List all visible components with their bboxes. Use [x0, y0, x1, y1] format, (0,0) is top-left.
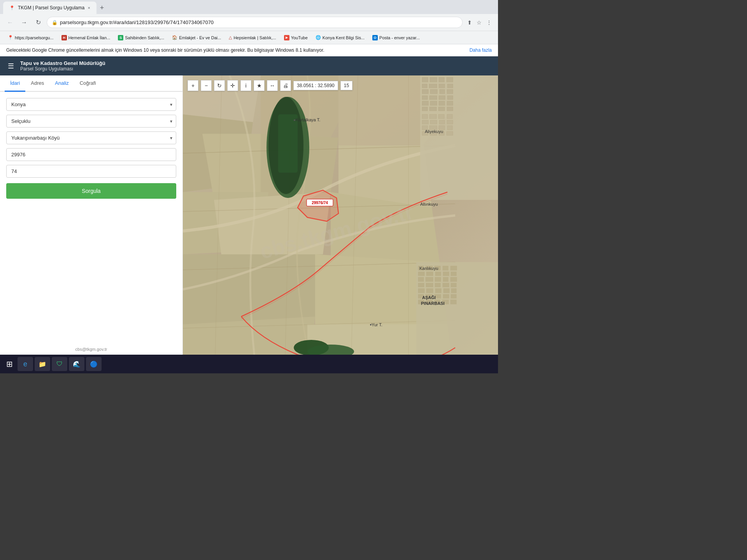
- svg-rect-81: [443, 272, 449, 276]
- bookmark-icon: 🌐: [316, 35, 321, 40]
- taskbar-chrome[interactable]: 🔵: [86, 357, 102, 371]
- tab-analiz[interactable]: Analiz: [49, 75, 74, 92]
- sidebar: İdari Adres Analiz Coğrafi: [0, 75, 183, 355]
- refresh-button[interactable]: ↻: [33, 17, 44, 28]
- map-area[interactable]: 29976/74 Kartalkaya T. Aliyekuyu Altınku…: [183, 75, 498, 355]
- tab-bar: 📍 TKGM | Parsel Sorgu Uygulaması × +: [0, 0, 498, 14]
- svg-rect-67: [447, 126, 452, 130]
- svg-rect-93: [418, 289, 424, 293]
- svg-rect-76: [443, 266, 448, 270]
- bookmark-youtube[interactable]: ▶ YouTube: [281, 33, 311, 42]
- bookmark-posta[interactable]: O Posta - enver yazar...: [369, 33, 423, 42]
- ada-input[interactable]: [6, 148, 176, 161]
- bookmark-icon: 🏠: [172, 35, 177, 40]
- zoom-out-button[interactable]: −: [201, 80, 212, 91]
- tab-idari[interactable]: İdari: [5, 75, 25, 92]
- map-star-button[interactable]: ★: [254, 80, 265, 91]
- svg-rect-90: [435, 283, 440, 287]
- svg-rect-49: [430, 101, 437, 105]
- bookmark-icon: O: [372, 35, 378, 40]
- svg-rect-82: [451, 272, 456, 276]
- update-link[interactable]: Daha fazla: [470, 47, 492, 53]
- svg-rect-83: [418, 277, 424, 282]
- bookmark-icon: △: [229, 35, 232, 40]
- map-coordinates: 38.0561 : 32.5890: [293, 81, 338, 90]
- neighborhood-select[interactable]: Yukarıpınarbaşı Köyü: [6, 131, 176, 144]
- svg-rect-62: [439, 120, 445, 124]
- svg-text:AŞAĞI: AŞAĞI: [422, 295, 436, 300]
- share-button[interactable]: ⬆: [466, 18, 473, 27]
- back-button[interactable]: ←: [5, 17, 16, 28]
- svg-rect-63: [447, 120, 453, 124]
- app-title: Tapu ve Kadastro Genel Müdürlüğü Parsel …: [20, 60, 105, 72]
- bookmark-parselsorgu[interactable]: 📍 https://parselsorgu...: [5, 33, 57, 42]
- svg-rect-31: [420, 75, 498, 200]
- svg-rect-60: [422, 120, 428, 124]
- taskbar-explorer[interactable]: 📁: [35, 357, 50, 371]
- app-header: ☰ Tapu ve Kadastro Genel Müdürlüğü Parse…: [0, 56, 498, 75]
- svg-rect-71: [447, 131, 453, 135]
- taskbar-edge[interactable]: 🌊: [69, 357, 84, 371]
- svg-rect-48: [422, 101, 428, 105]
- forward-button[interactable]: →: [19, 17, 30, 28]
- svg-rect-72: [416, 262, 498, 355]
- tab-close-button[interactable]: ×: [88, 5, 90, 10]
- update-notification: Gelecekteki Google Chrome güncellemeleri…: [0, 44, 498, 56]
- bookmark-label: Hepsiemlak | Satılık,...: [233, 35, 276, 40]
- svg-rect-88: [418, 283, 424, 287]
- tab-title: TKGM | Parsel Sorgu Uygulaması: [18, 5, 85, 10]
- windows-taskbar: ⊞ e 📁 🛡 🌊 🔵: [0, 355, 498, 373]
- district-select[interactable]: Selçuklu: [6, 115, 176, 128]
- svg-rect-96: [444, 289, 449, 293]
- parsel-input[interactable]: [6, 165, 176, 178]
- bookmark-hemenal[interactable]: H Hemenal Emlak İlan...: [58, 33, 114, 42]
- hamburger-menu[interactable]: ☰: [6, 61, 16, 71]
- bookmark-label: Emlakjet - Ev ve Dai...: [179, 35, 221, 40]
- more-button[interactable]: ⋮: [485, 18, 493, 27]
- map-refresh-button[interactable]: ↻: [214, 80, 225, 91]
- taskbar-security[interactable]: 🛡: [52, 357, 67, 371]
- zoom-in-button[interactable]: +: [188, 80, 198, 91]
- province-select[interactable]: Konya: [6, 98, 176, 111]
- bookmark-hepsiemlak[interactable]: △ Hepsiemlak | Satılık,...: [226, 33, 279, 42]
- tab-adres[interactable]: Adres: [25, 75, 49, 92]
- svg-rect-57: [430, 114, 437, 119]
- svg-rect-58: [438, 114, 444, 119]
- taskbar-ie[interactable]: e: [18, 357, 33, 371]
- svg-text:Yur T.: Yur T.: [372, 322, 382, 327]
- active-tab[interactable]: 📍 TKGM | Parsel Sorgu Uygulaması ×: [3, 2, 96, 14]
- svg-rect-56: [422, 114, 428, 119]
- tab-cografi[interactable]: Coğrafi: [74, 75, 102, 92]
- svg-marker-5: [202, 134, 268, 200]
- svg-rect-107: [451, 300, 456, 304]
- start-button[interactable]: ⊞: [3, 358, 16, 370]
- bookmark-label: YouTube: [291, 35, 308, 40]
- bookmarks-bar: 📍 https://parselsorgu... H Hemenal Emlak…: [0, 31, 498, 44]
- map-info-button[interactable]: i: [240, 80, 251, 91]
- star-button[interactable]: ☆: [475, 18, 483, 27]
- bookmark-icon: 📍: [8, 35, 13, 40]
- bookmark-sahibinden[interactable]: S Sahibinden Satılık,...: [115, 33, 167, 42]
- bookmark-emlakjet[interactable]: 🏠 Emlakjet - Ev ve Dai...: [169, 33, 224, 42]
- svg-rect-47: [447, 96, 453, 100]
- svg-rect-94: [426, 289, 433, 293]
- bookmark-label: Konya Kent Bilgi Sis...: [323, 35, 365, 40]
- sorgula-button[interactable]: Sorgula: [6, 183, 176, 199]
- bookmark-label: Sahibinden Satılık,...: [125, 35, 164, 40]
- svg-rect-79: [426, 272, 433, 276]
- map-move-button[interactable]: ✛: [227, 80, 238, 91]
- svg-text:PINARBASI: PINARBASI: [421, 301, 445, 306]
- map-print-button[interactable]: 🖨: [280, 80, 291, 91]
- svg-rect-59: [447, 114, 452, 119]
- bookmark-icon: S: [118, 35, 123, 40]
- bookmark-konya-kent[interactable]: 🌐 Konya Kent Bilgi Sis...: [312, 33, 368, 42]
- url-bar[interactable]: 🔒 parselsorgu.tkgm.gov.tr/#ara/idari/128…: [47, 17, 463, 28]
- svg-rect-91: [443, 283, 449, 287]
- svg-rect-77: [451, 266, 457, 270]
- address-actions: ⬆ ☆ ⋮: [466, 18, 493, 27]
- svg-rect-89: [426, 283, 433, 287]
- map-zoom-level: 15: [340, 81, 352, 90]
- new-tab-button[interactable]: +: [96, 2, 107, 13]
- svg-rect-85: [435, 277, 441, 282]
- map-measure-button[interactable]: ↔: [267, 80, 278, 91]
